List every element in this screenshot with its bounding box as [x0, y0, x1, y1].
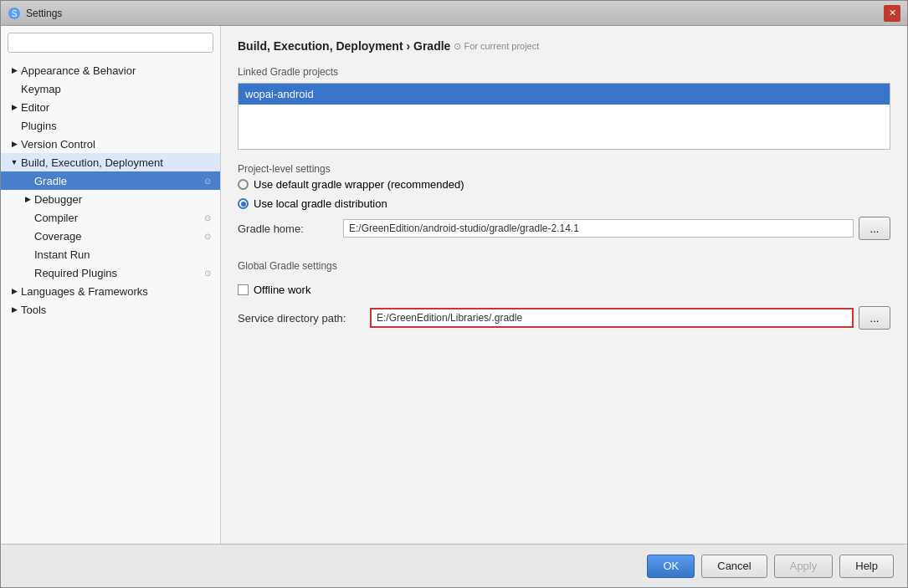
linked-project-item[interactable]: wopai-android [239, 84, 890, 105]
breadcrumb: Build, Execution, Deployment › Gradle ⊙ … [238, 39, 890, 53]
sidebar-label-languages: Languages & Frameworks [21, 285, 213, 298]
radio-local-label: Use local gradle distribution [254, 197, 387, 210]
sidebar-item-languages[interactable]: Languages & Frameworks [1, 282, 220, 300]
sidebar-tree: Appearance & Behavior Keymap Editor Plug… [1, 59, 220, 544]
sidebar-label-plugins: Plugins [21, 120, 213, 132]
offline-work-label: Offline work [254, 284, 310, 296]
offline-work-row: Offline work [238, 284, 890, 296]
window-title: Settings [26, 8, 884, 19]
coverage-badge-icon: ⊙ [202, 230, 213, 242]
sidebar-item-coverage[interactable]: Coverage ⊙ [1, 227, 220, 245]
tree-arrow-appearance [8, 64, 21, 77]
gradle-badge-icon: ⊙ [202, 175, 213, 187]
radio-local-circle[interactable] [238, 198, 249, 209]
sidebar-item-plugins[interactable]: Plugins [1, 116, 220, 135]
sidebar-label-appearance: Appearance & Behavior [21, 64, 213, 77]
sidebar-label-required-plugins: Required Plugins [34, 267, 202, 279]
sidebar-item-required-plugins[interactable]: Required Plugins ⊙ [1, 263, 220, 282]
sidebar-label-keymap: Keymap [21, 83, 213, 95]
sidebar-item-instant-run[interactable]: Instant Run [1, 245, 220, 263]
offline-work-checkbox[interactable] [238, 284, 249, 295]
tree-arrow-vc [8, 137, 21, 151]
sidebar-label-editor: Editor [21, 101, 213, 114]
tree-arrow-plugins [8, 119, 21, 132]
search-input[interactable] [8, 33, 213, 53]
sidebar-label-compiler: Compiler [34, 212, 202, 224]
sidebar-label-vc: Version Control [21, 138, 213, 151]
bottom-bar: OK Cancel Apply Help [1, 544, 907, 587]
service-dir-label: Service directory path: [238, 312, 365, 325]
radio-default-circle[interactable] [238, 179, 249, 190]
svg-text:S: S [12, 9, 18, 18]
tree-arrow-editor [8, 100, 21, 114]
tree-arrow-compiler [21, 211, 34, 224]
sidebar-label-tools: Tools [21, 304, 213, 316]
tree-arrow-gradle [21, 174, 34, 187]
sidebar-item-gradle[interactable]: Gradle ⊙ [1, 171, 220, 190]
sidebar-item-build-exec[interactable]: Build, Execution, Deployment [1, 153, 220, 171]
gradle-home-input[interactable] [343, 219, 854, 238]
gradle-home-browse-button[interactable]: ... [859, 217, 890, 240]
required-plugins-badge-icon: ⊙ [202, 267, 213, 279]
content-area: Appearance & Behavior Keymap Editor Plug… [1, 26, 907, 544]
cancel-button[interactable]: Cancel [701, 555, 767, 578]
sidebar-label-debugger: Debugger [34, 193, 213, 206]
sidebar-item-appearance[interactable]: Appearance & Behavior [1, 61, 220, 79]
service-dir-browse-button[interactable]: ... [859, 306, 890, 330]
radio-default-wrapper[interactable]: Use default gradle wrapper (recommended) [238, 178, 890, 191]
sidebar-label-build: Build, Execution, Deployment [21, 156, 213, 169]
tree-arrow-instant-run [21, 248, 34, 261]
service-dir-input[interactable] [370, 308, 854, 328]
sidebar: Appearance & Behavior Keymap Editor Plug… [1, 26, 221, 544]
linked-projects-label: Linked Gradle projects [238, 66, 890, 78]
tree-arrow-tools [8, 303, 21, 316]
help-button[interactable]: Help [839, 555, 894, 578]
compiler-badge-icon: ⊙ [202, 212, 213, 223]
gradle-home-label: Gradle home: [238, 222, 338, 235]
breadcrumb-path: Build, Execution, Deployment › Gradle [238, 39, 450, 53]
global-settings-label: Global Gradle settings [238, 260, 890, 272]
tree-arrow-coverage [21, 229, 34, 243]
settings-window: S Settings ✕ Appearance & Behavior Keyma… [0, 0, 908, 588]
sidebar-item-editor[interactable]: Editor [1, 98, 220, 116]
sidebar-item-keymap[interactable]: Keymap [1, 79, 220, 98]
sidebar-label-gradle: Gradle [34, 175, 202, 187]
tree-arrow-build [8, 156, 21, 169]
radio-local-wrapper[interactable]: Use local gradle distribution [238, 197, 890, 210]
close-button[interactable]: ✕ [884, 5, 900, 22]
ok-button[interactable]: OK [647, 555, 695, 578]
main-panel: Build, Execution, Deployment › Gradle ⊙ … [221, 26, 907, 544]
linked-projects-list: wopai-android [238, 83, 890, 150]
service-dir-row: Service directory path: ... [238, 306, 890, 330]
tree-arrow-debugger: ▶ [21, 192, 34, 206]
tree-arrow-languages [8, 284, 21, 298]
radio-default-label: Use default gradle wrapper (recommended) [254, 178, 464, 191]
tree-arrow-required-plugins [21, 266, 34, 279]
sidebar-item-version-control[interactable]: Version Control [1, 135, 220, 153]
app-icon: S [8, 7, 21, 20]
sidebar-item-debugger[interactable]: ▶ Debugger [1, 190, 220, 208]
breadcrumb-note: ⊙ For current project [454, 41, 539, 52]
sidebar-label-coverage: Coverage [34, 230, 202, 243]
gradle-home-row: Gradle home: ... [238, 217, 890, 240]
sidebar-item-tools[interactable]: Tools [1, 300, 220, 319]
apply-button[interactable]: Apply [774, 555, 834, 578]
project-settings-label: Project-level settings [238, 163, 890, 175]
title-bar: S Settings ✕ [1, 1, 907, 26]
sidebar-item-compiler[interactable]: Compiler ⊙ [1, 208, 220, 227]
sidebar-label-instant-run: Instant Run [34, 248, 213, 261]
tree-arrow-keymap [8, 82, 21, 95]
